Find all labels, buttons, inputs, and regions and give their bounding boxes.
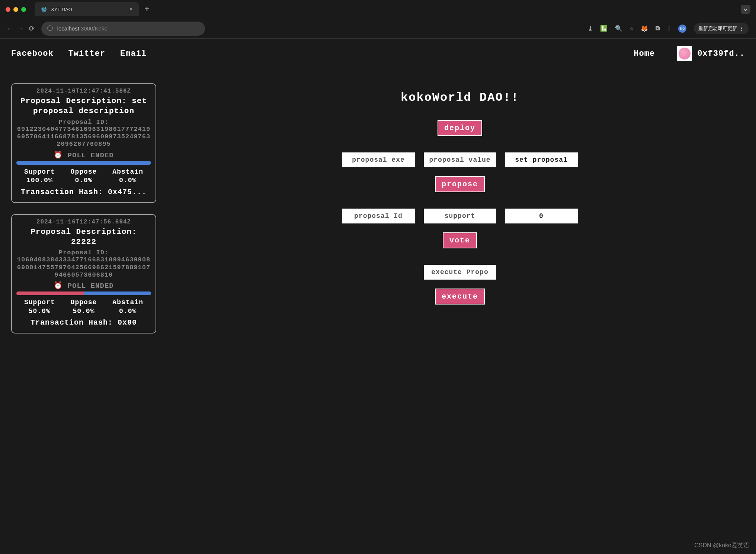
proposal-timestamp: 2024-11-16T12:47:56.694Z [16,219,151,225]
profile-badge[interactable]: ko [678,25,686,33]
proposal-value-input[interactable] [424,152,496,167]
metamask-icon[interactable]: 🦊 [641,25,648,32]
tx-hash: Transaction Hash: 0x00 [16,318,151,328]
vote-bar [16,161,151,165]
support-input[interactable] [424,209,496,223]
browser-tab[interactable]: XYT DAO × [35,2,139,16]
poll-status: ⏰ POLL ENDED [16,151,151,160]
info-icon[interactable]: ⓘ [47,25,53,32]
proposal-id-label: Proposal ID: [16,119,151,126]
close-window-button[interactable] [6,7,10,12]
browser-tab-bar: XYT DAO × + [0,0,756,19]
proposal-id-value: 1060408384333477166831099463990869001475… [16,256,151,279]
page-title: kokoWorld DAO!! [401,91,519,104]
tab-title: XYT DAO [51,7,72,12]
proposal-description: Proposal Description: 22222 [16,227,151,247]
svg-point-0 [44,9,45,10]
proposal-exe-input[interactable] [342,152,415,167]
proposal-id-label: Proposal ID: [16,249,151,256]
proposal-card: 2024-11-16T12:47:56.694Z Proposal Descri… [11,214,156,334]
zoom-icon[interactable]: 🔍 [615,25,622,32]
proposal-id-input[interactable] [342,209,415,223]
vote-stats: Support100.0% Oppose0.0% Abstain0.0% [16,168,151,185]
back-button[interactable]: ← [7,25,12,32]
window-controls [6,7,26,12]
minimize-window-button[interactable] [13,7,18,12]
proposals-sidebar: 2024-11-16T12:47:41.586Z Proposal Descri… [11,83,156,334]
poll-status: ⏰ POLL ENDED [16,281,151,290]
extensions-icon[interactable]: ⧉ [656,25,660,32]
nav-home[interactable]: Home [634,49,655,58]
bookmark-icon[interactable]: ☆ [630,25,634,32]
vote-inputs [342,209,578,223]
reload-button[interactable]: ⟳ [29,25,35,33]
nav-email[interactable]: Email [120,49,147,58]
deploy-button[interactable]: deploy [438,120,482,136]
avatar [677,46,692,61]
execute-proposal-input[interactable] [424,265,496,280]
wallet-address: 0xf39fd.. [697,49,745,58]
url-text: localhost:3000/Koko [57,25,108,32]
new-tab-button[interactable]: + [142,5,152,14]
install-icon[interactable]: ⤓ [588,25,593,32]
propose-button[interactable]: propose [435,176,485,192]
nav-twitter[interactable]: Twitter [68,49,105,58]
address-bar[interactable]: ⓘ localhost:3000/Koko [41,22,205,36]
restart-update-button[interactable]: 重新启动即可更新 ⋮ [694,23,749,34]
kirby-icon [679,48,691,59]
separator: | [667,25,671,32]
execute-button[interactable]: execute [435,289,485,305]
tx-hash: Transaction Hash: 0x475... [16,187,151,197]
nav-right: Home 0xf39fd.. [634,46,745,61]
execute-inputs [424,265,496,280]
nav-facebook[interactable]: Facebook [11,49,54,58]
menu-dots-icon[interactable]: ⋮ [739,26,744,31]
react-icon [41,6,47,13]
app-header: Facebook Twitter Email Home 0xf39fd.. [11,46,745,61]
expand-window-icon[interactable] [741,5,750,14]
vote-amount-input[interactable] [505,209,578,223]
proposal-desc-input[interactable] [505,152,578,167]
main-content: kokoWorld DAO!! deploy propose vote exec… [175,83,745,334]
close-tab-icon[interactable]: × [129,6,133,13]
watermark: CSDN @koko爱英语 [694,542,749,550]
browser-toolbar: ← → ⟳ ⓘ localhost:3000/Koko ⤓ 🈯 🔍 ☆ 🦊 ⧉ … [0,19,756,39]
propose-inputs [342,152,578,167]
proposal-card: 2024-11-16T12:47:41.586Z Proposal Descri… [11,83,156,203]
vote-bar [16,292,151,295]
translate-icon[interactable]: 🈯 [600,25,608,32]
wallet-group[interactable]: 0xf39fd.. [677,46,745,61]
app-root: Facebook Twitter Email Home 0xf39fd.. 20… [0,39,756,554]
nav-links: Facebook Twitter Email [11,49,147,58]
toolbar-icons: ⤓ 🈯 🔍 ☆ 🦊 ⧉ | ko 重新启动即可更新 ⋮ [588,23,749,34]
proposal-description: Proposal Description: set proposal descr… [16,96,151,116]
vote-button[interactable]: vote [443,232,477,248]
vote-stats: Support50.0% Oppose50.0% Abstain0.0% [16,298,151,316]
proposal-id-value: 6912230404773461696319861777241969570641… [16,126,151,148]
proposal-timestamp: 2024-11-16T12:47:41.586Z [16,88,151,94]
forward-button[interactable]: → [18,25,22,32]
maximize-window-button[interactable] [21,7,26,12]
